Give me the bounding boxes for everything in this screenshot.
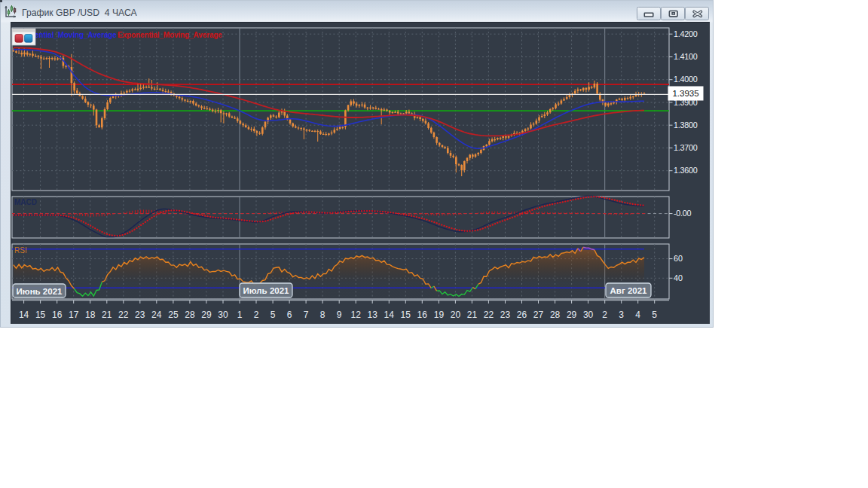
svg-text:19: 19 bbox=[434, 310, 445, 320]
svg-text:Авг 2021: Авг 2021 bbox=[610, 286, 648, 295]
svg-text:22: 22 bbox=[118, 310, 129, 320]
svg-text:RSI: RSI bbox=[14, 246, 27, 255]
svg-text:15: 15 bbox=[401, 310, 411, 320]
svg-text:8: 8 bbox=[320, 310, 326, 320]
svg-text:1.3800: 1.3800 bbox=[674, 120, 698, 130]
svg-text:1.4100: 1.4100 bbox=[674, 52, 698, 61]
svg-text:Июль 2021: Июль 2021 bbox=[243, 286, 290, 295]
svg-text:23: 23 bbox=[135, 310, 145, 320]
svg-text:-0.00: -0.00 bbox=[674, 209, 692, 218]
svg-text:28: 28 bbox=[550, 310, 561, 320]
svg-text:Июнь 2021: Июнь 2021 bbox=[17, 287, 63, 296]
svg-text:7: 7 bbox=[304, 310, 309, 320]
svg-text:23: 23 bbox=[500, 310, 511, 320]
svg-text:60: 60 bbox=[674, 254, 683, 263]
svg-text:16: 16 bbox=[417, 310, 428, 320]
svg-text:1.3935: 1.3935 bbox=[672, 89, 698, 98]
svg-text:25: 25 bbox=[168, 310, 179, 320]
svg-text:17: 17 bbox=[69, 310, 79, 320]
svg-text:21: 21 bbox=[467, 310, 478, 320]
svg-text:1.4000: 1.4000 bbox=[674, 75, 698, 84]
svg-text:3: 3 bbox=[619, 310, 624, 320]
svg-text:4: 4 bbox=[635, 310, 640, 320]
svg-text:1.4200: 1.4200 bbox=[674, 29, 698, 38]
svg-text:2: 2 bbox=[254, 310, 259, 320]
svg-text:40: 40 bbox=[674, 273, 683, 282]
svg-text:27: 27 bbox=[533, 310, 544, 320]
svg-text:9: 9 bbox=[337, 310, 342, 320]
svg-text:24: 24 bbox=[151, 310, 162, 320]
svg-text:MACD: MACD bbox=[14, 198, 37, 206]
svg-text:18: 18 bbox=[85, 310, 96, 320]
svg-text:20: 20 bbox=[451, 310, 461, 320]
svg-text:29: 29 bbox=[201, 310, 212, 320]
svg-text:26: 26 bbox=[517, 310, 527, 320]
svg-text:30: 30 bbox=[218, 310, 228, 320]
svg-text:6: 6 bbox=[287, 310, 292, 320]
svg-text:2: 2 bbox=[602, 310, 607, 320]
svg-text:30: 30 bbox=[583, 310, 594, 320]
svg-text:29: 29 bbox=[567, 310, 577, 320]
svg-text:16: 16 bbox=[52, 310, 63, 320]
svg-text:Exponential_Moving_Average: Exponential_Moving_Average bbox=[118, 31, 222, 39]
svg-text:28: 28 bbox=[185, 310, 195, 320]
svg-text:14: 14 bbox=[19, 310, 29, 320]
svg-text:5: 5 bbox=[270, 310, 276, 320]
svg-text:22: 22 bbox=[484, 310, 494, 320]
svg-text:15: 15 bbox=[35, 310, 46, 320]
svg-text:21: 21 bbox=[102, 310, 112, 320]
svg-text:5: 5 bbox=[652, 310, 657, 320]
svg-text:1: 1 bbox=[237, 310, 243, 320]
svg-text:13: 13 bbox=[368, 310, 378, 320]
svg-text:1.3600: 1.3600 bbox=[674, 166, 698, 175]
svg-text:12: 12 bbox=[351, 310, 362, 320]
svg-text:14: 14 bbox=[384, 310, 395, 320]
svg-text:1.3700: 1.3700 bbox=[674, 143, 698, 152]
